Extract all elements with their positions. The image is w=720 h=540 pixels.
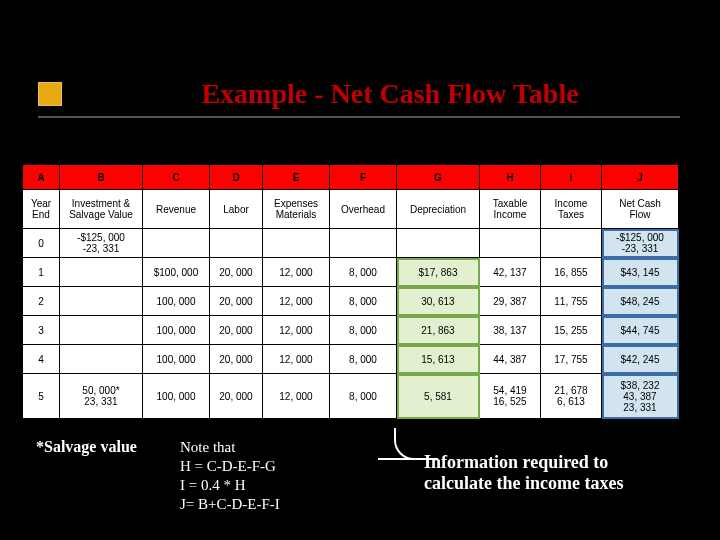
cell [60, 258, 143, 287]
cell: 20, 000 [210, 258, 263, 287]
cell [143, 229, 210, 258]
cell: 54, 41916, 525 [480, 374, 541, 419]
table-row: 3 100, 000 20, 000 12, 000 8, 000 21, 86… [23, 316, 679, 345]
info-callout: Information required to calculate the in… [424, 452, 690, 494]
cell: 15, 255 [541, 316, 602, 345]
cell: 4 [23, 345, 60, 374]
col-F: F [330, 165, 397, 190]
cell: 20, 000 [210, 287, 263, 316]
hdr-expenses-materials: ExpensesMaterials [263, 190, 330, 229]
col-E: E [263, 165, 330, 190]
hdr-year-end: YearEnd [23, 190, 60, 229]
formula-note: Note that H = C-D-E-F-G I = 0.4 * H J= B… [180, 438, 280, 514]
col-C: C [143, 165, 210, 190]
cell: 15, 613 [397, 345, 480, 374]
col-I: I [541, 165, 602, 190]
cell [541, 229, 602, 258]
cell [210, 229, 263, 258]
column-header-row: YearEnd Investment &Salvage Value Revenu… [23, 190, 679, 229]
column-letter-row: A B C D E F G H I J [23, 165, 679, 190]
cell: 29, 387 [480, 287, 541, 316]
title-bullet [38, 82, 62, 106]
hdr-net-cash-flow: Net CashFlow [602, 190, 679, 229]
title-underline [38, 116, 680, 118]
salvage-footnote: *Salvage value [36, 438, 137, 456]
cell: 8, 000 [330, 316, 397, 345]
cell: $17, 863 [397, 258, 480, 287]
col-A: A [23, 165, 60, 190]
hdr-taxable-income: TaxableIncome [480, 190, 541, 229]
cell [60, 345, 143, 374]
col-G: G [397, 165, 480, 190]
cell: 100, 000 [143, 345, 210, 374]
cell: 30, 613 [397, 287, 480, 316]
hdr-revenue: Revenue [143, 190, 210, 229]
table-row: 1 $100, 000 20, 000 12, 000 8, 000 $17, … [23, 258, 679, 287]
cell: -$125, 000-23, 331 [60, 229, 143, 258]
cell [330, 229, 397, 258]
cell: 8, 000 [330, 374, 397, 419]
table-row: 0 -$125, 000-23, 331 -$125, 000-23, 331 [23, 229, 679, 258]
cell [263, 229, 330, 258]
cell: 20, 000 [210, 345, 263, 374]
cell [60, 316, 143, 345]
hdr-investment-salvage: Investment &Salvage Value [60, 190, 143, 229]
cell: $44, 745 [602, 316, 679, 345]
cell: 1 [23, 258, 60, 287]
cell: 44, 387 [480, 345, 541, 374]
cell: -$125, 000-23, 331 [602, 229, 679, 258]
hdr-overhead: Overhead [330, 190, 397, 229]
cell: 12, 000 [263, 374, 330, 419]
col-D: D [210, 165, 263, 190]
cell: 2 [23, 287, 60, 316]
cell: 21, 6786, 613 [541, 374, 602, 419]
cell: 42, 137 [480, 258, 541, 287]
cell: 12, 000 [263, 287, 330, 316]
cell: 20, 000 [210, 316, 263, 345]
cashflow-table: A B C D E F G H I J YearEnd Investment &… [22, 164, 679, 419]
cell: 21, 863 [397, 316, 480, 345]
cell: 100, 000 [143, 316, 210, 345]
cell: 20, 000 [210, 374, 263, 419]
cell: $42, 245 [602, 345, 679, 374]
cell [397, 229, 480, 258]
cell [60, 287, 143, 316]
cell: $48, 245 [602, 287, 679, 316]
cell: 100, 000 [143, 374, 210, 419]
cell: 16, 855 [541, 258, 602, 287]
cell: 100, 000 [143, 287, 210, 316]
cell: 5, 581 [397, 374, 480, 419]
cell: 12, 000 [263, 345, 330, 374]
col-H: H [480, 165, 541, 190]
slide-title: Example - Net Cash Flow Table [100, 78, 680, 110]
cell: 38, 137 [480, 316, 541, 345]
table-row: 5 50, 000*23, 331 100, 000 20, 000 12, 0… [23, 374, 679, 419]
cell: $38, 23243, 38723, 331 [602, 374, 679, 419]
cell: $100, 000 [143, 258, 210, 287]
cell: 50, 000*23, 331 [60, 374, 143, 419]
table-row: 4 100, 000 20, 000 12, 000 8, 000 15, 61… [23, 345, 679, 374]
cell [480, 229, 541, 258]
cell: 8, 000 [330, 287, 397, 316]
hdr-labor: Labor [210, 190, 263, 229]
cell: 5 [23, 374, 60, 419]
hdr-income-taxes: IncomeTaxes [541, 190, 602, 229]
cell: 8, 000 [330, 345, 397, 374]
col-J: J [602, 165, 679, 190]
hdr-depreciation: Depreciation [397, 190, 480, 229]
cell: 12, 000 [263, 258, 330, 287]
cell: $43, 145 [602, 258, 679, 287]
cell: 3 [23, 316, 60, 345]
cell: 12, 000 [263, 316, 330, 345]
cell: 17, 755 [541, 345, 602, 374]
table-row: 2 100, 000 20, 000 12, 000 8, 000 30, 61… [23, 287, 679, 316]
cell: 0 [23, 229, 60, 258]
slide: Example - Net Cash Flow Table A B C D E … [0, 0, 720, 540]
cell: 8, 000 [330, 258, 397, 287]
col-B: B [60, 165, 143, 190]
cell: 11, 755 [541, 287, 602, 316]
